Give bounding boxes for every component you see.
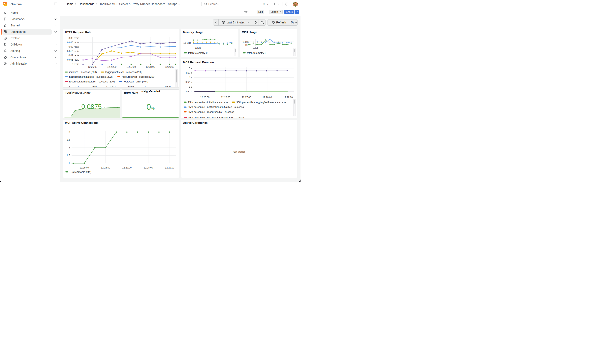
svg-text:?: ? (286, 3, 287, 5)
